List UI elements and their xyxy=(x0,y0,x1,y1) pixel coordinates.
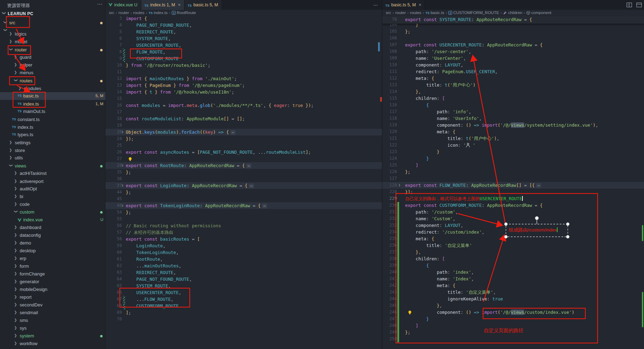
breadcrumb-item-children[interactable]: children xyxy=(503,11,522,15)
sidebar-item-mainOut.ts[interactable]: TSmainOut.ts xyxy=(0,108,105,115)
code-line-18[interactable]: 18const routeModuleList: AppRouteModule[… xyxy=(105,115,382,122)
code-line-54[interactable]: 54}; xyxy=(105,209,382,216)
sticky-scroll-line-76[interactable]: 76export const SYSTEM_ROUTE: AppRouteRec… xyxy=(382,16,644,24)
sidebar-item-model[interactable]: ❯model xyxy=(0,38,105,46)
tab-basic.ts[interactable]: TSbasic.ts 5, M× xyxy=(382,0,425,10)
code-line-119[interactable]: 119 component: () => import('/@/views/sy… xyxy=(382,122,644,128)
code-line-8[interactable]: 8 FLOW_ROUTE, xyxy=(105,49,382,55)
code-line-59[interactable]: 59 LoginRoute, xyxy=(105,242,382,249)
code-line-56[interactable]: 56// Basic routing without permissions xyxy=(105,222,382,229)
sidebar-item-utils[interactable]: ❯utils xyxy=(0,154,105,162)
code-line-16[interactable]: 16const modules = import.meta.glob('./mo… xyxy=(105,102,382,109)
sidebar-item-index.ts[interactable]: TSindex.ts xyxy=(0,123,105,131)
sidebar-item-secondDev[interactable]: ❯secondDev xyxy=(0,301,105,309)
sidebar-item-helper[interactable]: ❯helper xyxy=(0,61,105,69)
code-line-11[interactable]: 11 xyxy=(105,69,382,75)
code-line-26[interactable]: 26export const asyncRoutes = [PAGE_NOT_F… xyxy=(105,149,382,156)
code-line-109[interactable]: 109 name: 'UserCenter', xyxy=(382,55,644,62)
code-line-235[interactable]: 235 meta: { xyxy=(382,235,644,242)
sidebar-item-code[interactable]: ❯code xyxy=(0,201,105,208)
code-line-66[interactable]: 66 USERCENTER_ROUTE, xyxy=(105,289,382,296)
code-line-248[interactable]: 248 ] xyxy=(382,322,644,329)
code-line-120[interactable]: 120 meta: { xyxy=(382,128,644,135)
sidebar-item-store[interactable]: ❯store xyxy=(0,147,105,154)
code-line-27[interactable]: 27 xyxy=(105,156,382,162)
code-line-245[interactable]: 245 }, xyxy=(382,302,644,309)
code-line-4[interactable]: 4 PAGE_NOT_FOUND_ROUTE, xyxy=(105,22,382,28)
code-line-242[interactable]: 242 meta: { xyxy=(382,282,644,289)
sidebar-item-routes[interactable]: ❯routes xyxy=(0,77,105,85)
code-line-46[interactable]: 46❯export const TokenLoginRoute: AppRout… xyxy=(105,202,382,209)
code-line-9[interactable]: 9 CUSTOMFORM_ROUTE xyxy=(105,55,382,62)
code-line-230[interactable]: 230export const CUSTOMFORM_ROUTE: AppRou… xyxy=(382,202,644,209)
breadcrumb-item-routes[interactable]: routes xyxy=(133,11,144,15)
code-line-239[interactable]: 239 { xyxy=(382,262,644,269)
code-line-237[interactable]: 237 }, xyxy=(382,249,644,255)
sidebar-item-workflow[interactable]: ❯workflow xyxy=(0,340,105,348)
tab-overflow-icon[interactable]: ⋯ xyxy=(373,2,378,8)
code-line-118[interactable]: 118 name: 'UserInfo', xyxy=(382,115,644,122)
code-line-63[interactable]: 63 REDIRECT_ROUTE, xyxy=(105,269,382,276)
code-line-113[interactable]: 113 title: t('用户中心') xyxy=(382,82,644,88)
sidebar-item-modules[interactable]: ❯modules xyxy=(0,85,105,93)
breadcrumb-item-src[interactable]: src xyxy=(386,11,391,15)
breadcrumb-item-router[interactable]: router xyxy=(395,11,406,15)
sidebar-item-form[interactable]: ❯form xyxy=(0,262,105,270)
code-line-244[interactable]: 244 ignoreKeepAlive: true xyxy=(382,296,644,302)
code-line-246[interactable]: 246 component: () => import('/@/views/cu… xyxy=(382,309,644,316)
code-line-123[interactable]: 123 } xyxy=(382,148,644,155)
code-line-36[interactable]: 36 xyxy=(105,176,382,182)
code-line-229[interactable]: 229自己定义的路由，格式可以参考上面的USERCENTER_ROUTE xyxy=(382,195,644,202)
code-line-70[interactable]: 70 xyxy=(105,316,382,323)
code-line-115[interactable]: 115 children: [ xyxy=(382,95,644,102)
sidebar-item-actHiTaskinst[interactable]: ❯actHiTaskinst xyxy=(0,170,105,177)
code-line-7[interactable]: 7 USERCENTER_ROUTE, xyxy=(105,42,382,49)
code-line-58[interactable]: 58export const basicRoutes = [ xyxy=(105,236,382,242)
code-line-45[interactable]: 45 xyxy=(105,196,382,202)
code-line-25[interactable]: 25 xyxy=(105,142,382,149)
code-line-57[interactable]: 57// 未经许可的基本路由 xyxy=(105,229,382,236)
code-line-68[interactable]: 68 CUSTOMFORM_ROUTE xyxy=(105,303,382,309)
explorer-more-icon[interactable]: ⋯ xyxy=(97,1,103,7)
code-line-125[interactable]: 125 ] xyxy=(382,162,644,169)
code-line-240[interactable]: 240 path: 'index', xyxy=(382,269,644,275)
breadcrumb-item-CUSTOMFORM_ROUTE[interactable]: @CUSTOMFORM_ROUTE xyxy=(448,11,499,15)
split-editor-icon[interactable] xyxy=(626,2,632,8)
code-line-28[interactable]: 28❯export const RootRoute: AppRouteRecor… xyxy=(105,162,382,169)
code-line-228[interactable]: 228}]; xyxy=(382,189,644,195)
breadcrumb-item-router[interactable]: router xyxy=(118,11,129,15)
sidebar-item-index.vue[interactable]: index.vueU xyxy=(0,216,105,224)
code-line-121[interactable]: 121 title: t('用户中心'), xyxy=(382,135,644,142)
sidebar-item-bi[interactable]: ❯bi xyxy=(0,193,105,201)
project-root-item[interactable]: ❯ LEARUN PC xyxy=(0,10,105,18)
code-line-55[interactable]: 55 xyxy=(105,216,382,222)
sidebar-item-menus[interactable]: ❯menus xyxy=(0,69,105,77)
fold-chevron-icon[interactable]: ❯ xyxy=(398,183,400,187)
code-line-124[interactable]: 124 } xyxy=(382,155,644,162)
code-line-65[interactable]: 65 SYSTEM_ROUTE, xyxy=(105,283,382,289)
sidebar-item-types.ts[interactable]: TStypes.ts xyxy=(0,131,105,139)
sidebar-item-dashboard[interactable]: ❯dashboard xyxy=(0,224,105,231)
sidebar-item-constant.ts[interactable]: TSconstant.ts xyxy=(0,116,105,123)
fold-chevron-icon[interactable]: ❯ xyxy=(122,204,123,207)
code-line-250[interactable]: 250 xyxy=(382,336,644,342)
sidebar-item-dataconfig[interactable]: ❯dataconfig xyxy=(0,231,105,239)
code-line-232[interactable]: 232 name: 'Custom', xyxy=(382,215,644,222)
sidebar-item-basic.ts[interactable]: TSbasic.ts5, M xyxy=(0,92,105,100)
code-line-111[interactable]: 111 redirect: PageEnum.USER_CENTER, xyxy=(382,68,644,75)
code-line-110[interactable]: 110 component: LAYOUT, xyxy=(382,62,644,68)
code-line-44[interactable]: 44}; xyxy=(105,189,382,196)
sidebar-item-sys[interactable]: ❯sys xyxy=(0,324,105,332)
code-line-116[interactable]: 116 { xyxy=(382,102,644,108)
sidebar-item-settings[interactable]: ❯settings xyxy=(0,139,105,147)
code-line-20[interactable]: 20❯Object.keys(modules).forEach((key) =>… xyxy=(105,129,382,135)
code-line-231[interactable]: 231 path: '/custom', xyxy=(382,209,644,215)
sidebar-item-sendmail[interactable]: ❯sendmail xyxy=(0,309,105,317)
code-line-126[interactable]: 126}; xyxy=(382,169,644,175)
breadcrumb-item-index.ts[interactable]: TSindex.ts xyxy=(149,11,168,15)
code-line-108[interactable]: 108 path: '/user-center', xyxy=(382,48,644,55)
close-icon[interactable]: × xyxy=(419,0,422,10)
sidebar-item-report[interactable]: ❯report xyxy=(0,293,105,301)
code-line-67[interactable]: 67 ...FLOW_ROUTE, xyxy=(105,296,382,303)
code-line-37[interactable]: 37❯export const LoginRoute: AppRouteReco… xyxy=(105,182,382,189)
